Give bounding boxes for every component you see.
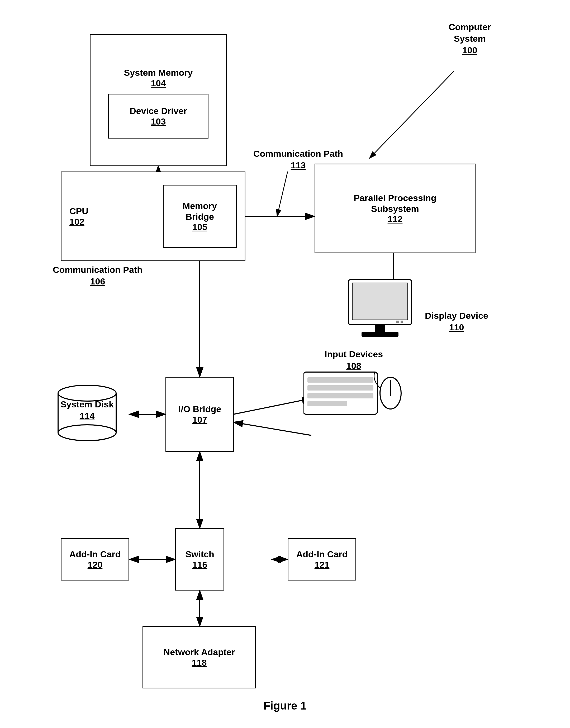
cpu-box: CPU 102 Memory Bridge 105 (61, 171, 245, 261)
display-device-label: Display Device 110 (419, 310, 494, 333)
diagram: Computer System 100 System Memory 104 De… (0, 0, 570, 728)
parallel-processing-box: Parallel Processing Subsystem 112 (315, 163, 476, 253)
input-devices-group: Input Devices 108 (303, 364, 404, 434)
io-bridge-box: I/O Bridge 107 (166, 377, 234, 452)
svg-rect-17 (352, 283, 408, 320)
system-disk-group: System Disk 114 (53, 380, 121, 444)
svg-rect-24 (307, 385, 373, 390)
comm-path-106-label: Communication Path 106 (53, 264, 142, 287)
addin-card-120-box: Add-In Card 120 (61, 538, 129, 581)
svg-line-5 (277, 171, 288, 217)
switch-box: Switch 116 (175, 528, 224, 591)
system-memory-box: System Memory 104 Device Driver 103 (90, 34, 227, 166)
device-driver-box: Device Driver 103 (108, 94, 209, 138)
svg-line-15 (369, 71, 454, 158)
system-disk-label: System Disk 114 (58, 398, 116, 422)
svg-rect-25 (307, 393, 373, 398)
svg-rect-21 (400, 321, 403, 323)
svg-point-31 (58, 425, 116, 441)
svg-rect-26 (307, 401, 347, 406)
svg-rect-19 (361, 332, 398, 337)
input-devices-label: Input Devices 108 (325, 348, 383, 372)
figure-label: Figure 1 (263, 700, 306, 712)
svg-line-10 (234, 422, 311, 435)
memory-bridge-box: Memory Bridge 105 (163, 185, 237, 248)
addin-card-121-box: Add-In Card 121 (288, 538, 356, 581)
svg-rect-20 (396, 321, 399, 323)
network-adapter-box: Network Adapter 118 (142, 626, 256, 688)
svg-rect-23 (307, 377, 373, 383)
svg-rect-18 (375, 325, 385, 332)
computer-system-label: Computer System 100 (449, 21, 491, 56)
svg-line-9 (234, 398, 311, 414)
